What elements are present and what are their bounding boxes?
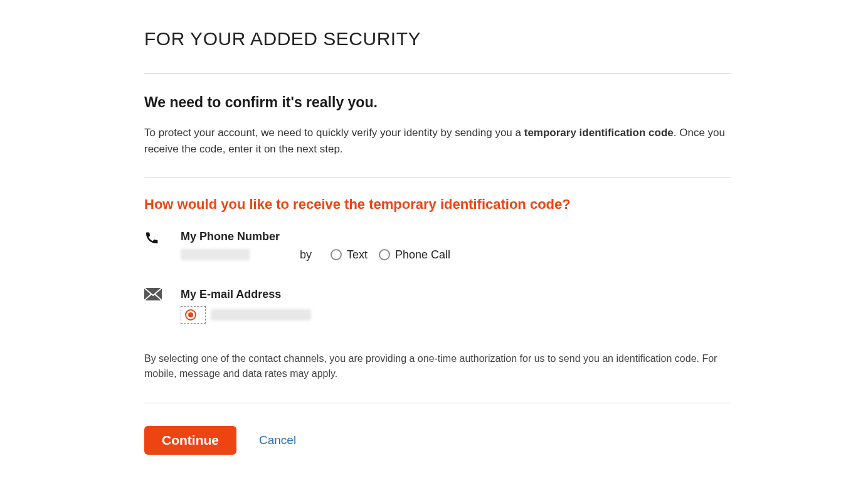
security-verification-panel: FOR YOUR ADDED SECURITY We need to confi…	[144, 28, 731, 455]
phone-label: My Phone Number	[181, 230, 731, 243]
phone-by-label: by	[300, 248, 312, 262]
radio-option-email[interactable]	[181, 306, 206, 324]
radio-circle-phone-call[interactable]	[379, 249, 390, 260]
radio-circle-email[interactable]	[185, 309, 196, 321]
cancel-link[interactable]: Cancel	[259, 433, 296, 447]
phone-number-redacted	[181, 249, 250, 260]
email-address-redacted	[211, 309, 311, 321]
action-bar: Continue Cancel	[144, 403, 731, 455]
email-label: My E-mail Address	[181, 288, 731, 301]
phone-icon	[144, 230, 162, 248]
disclaimer-text: By selecting one of the contact channels…	[144, 334, 731, 403]
mail-icon	[144, 288, 162, 303]
intro-bold: temporary identification code	[524, 127, 674, 139]
intro-section: We need to confirm it's really you. To p…	[144, 74, 731, 177]
page-title: FOR YOUR ADDED SECURITY	[144, 28, 731, 50]
intro-text: To protect your account, we need to quic…	[144, 125, 731, 158]
option-phone: My Phone Number by Text Phone Call	[144, 225, 731, 272]
radio-label-text: Text	[347, 248, 368, 262]
delivery-question: How would you like to receive the tempor…	[144, 178, 731, 225]
radio-option-text[interactable]: Text	[331, 248, 368, 262]
continue-button[interactable]: Continue	[144, 426, 236, 455]
radio-circle-text[interactable]	[331, 249, 342, 260]
confirm-heading: We need to confirm it's really you.	[144, 94, 731, 111]
radio-option-phone-call[interactable]: Phone Call	[379, 248, 450, 262]
option-email: My E-mail Address	[144, 283, 731, 334]
intro-prefix: To protect your account, we need to quic…	[144, 127, 524, 139]
radio-label-phone-call: Phone Call	[395, 248, 450, 262]
